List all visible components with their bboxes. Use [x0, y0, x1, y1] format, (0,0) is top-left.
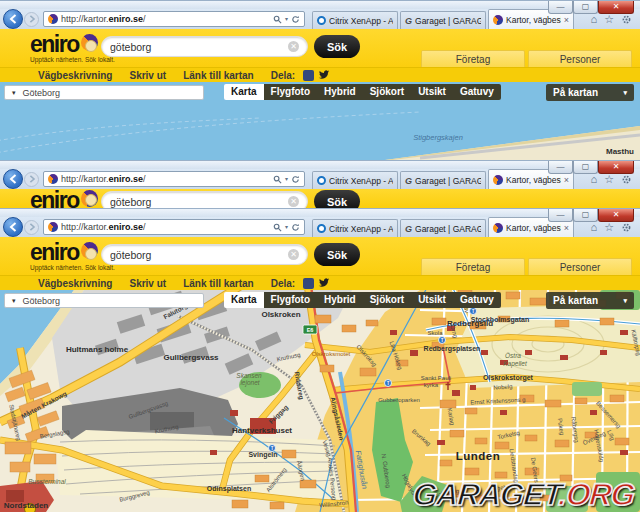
on-map-dropdown[interactable]: På kartan▾ [546, 292, 634, 309]
back-arrow-icon [8, 222, 18, 232]
maximize-button[interactable]: ▢ [573, 161, 598, 174]
tab-personer[interactable]: Personer [528, 50, 632, 67]
close-button[interactable]: ✕ [598, 209, 634, 222]
facebook-icon[interactable] [303, 278, 314, 289]
search-field[interactable]: ✕ [101, 36, 308, 57]
window-titlebar[interactable]: — ▢ ✕ [0, 0, 640, 9]
forward-button[interactable] [24, 12, 39, 27]
tab-close-icon[interactable]: × [564, 175, 569, 185]
menu-link[interactable]: Länk till kartan [183, 70, 254, 81]
browser-tab[interactable]: Garaget | GARAGET - ww... [400, 219, 486, 237]
menu-link[interactable]: Dela: [271, 70, 295, 81]
eniro-icon [493, 223, 503, 233]
address-bar[interactable]: http://kartor.eniro.se/ ▾ [43, 11, 305, 27]
tab-close-icon[interactable]: × [564, 15, 569, 25]
clear-search-icon[interactable]: ✕ [288, 41, 299, 52]
map-type-sjökort[interactable]: Sjökort [363, 292, 411, 308]
tab-personer[interactable]: Personer [528, 258, 632, 275]
search-button[interactable]: Sök [314, 35, 360, 58]
address-bar[interactable]: http://kartor.eniro.se/ ▾ [43, 219, 305, 235]
map-label: Östra [505, 352, 521, 359]
twitter-icon[interactable] [318, 69, 330, 81]
search-icon[interactable] [273, 223, 282, 232]
minimize-button[interactable]: — [548, 161, 573, 174]
close-button[interactable]: ✕ [598, 1, 634, 14]
tab-label: Kartor, vägbeskrivning... [506, 15, 561, 25]
tab-företag[interactable]: Företag [421, 258, 525, 275]
settings-gear-icon[interactable] [621, 14, 632, 25]
settings-gear-icon[interactable] [621, 222, 632, 233]
map-viewport-overview[interactable]: StigbergskajenMasthu ▾Göteborg KartaFlyg… [0, 82, 640, 160]
search-input[interactable] [110, 196, 288, 208]
map-type-flygfoto[interactable]: Flygfoto [264, 292, 317, 308]
browser-tab[interactable]: Citrix XenApp - Applicatio... [312, 219, 398, 237]
favorites-star-icon[interactable]: ☆ [604, 222, 614, 233]
map-type-utsikt[interactable]: Utsikt [411, 84, 453, 100]
twitter-icon[interactable] [318, 277, 330, 289]
refresh-icon[interactable] [291, 223, 300, 232]
forward-button[interactable] [24, 172, 39, 187]
url-text: http://kartor.eniro.se/ [61, 222, 270, 232]
map-type-flygfoto[interactable]: Flygfoto [264, 84, 317, 100]
refresh-icon[interactable] [291, 15, 300, 24]
map-type-hybrid[interactable]: Hybrid [317, 292, 363, 308]
map-type-hybrid[interactable]: Hybrid [317, 84, 363, 100]
address-dropdown-icon[interactable]: ▾ [285, 224, 288, 230]
search-icon[interactable] [273, 175, 282, 184]
maximize-button[interactable]: ▢ [573, 209, 598, 222]
facebook-icon[interactable] [303, 70, 314, 81]
on-map-dropdown[interactable]: På kartan▾ [546, 84, 634, 101]
map-type-karta[interactable]: Karta [224, 292, 264, 308]
address-dropdown-icon[interactable]: ▾ [285, 176, 288, 182]
menu-link[interactable]: Länk till kartan [183, 278, 254, 289]
minimize-button[interactable]: — [548, 1, 573, 14]
close-button[interactable]: ✕ [598, 161, 634, 174]
browser-tab[interactable]: Citrix XenApp - Applicatio... [312, 171, 398, 189]
map-type-sjökort[interactable]: Sjökort [363, 84, 411, 100]
menu-link[interactable]: Skriv ut [129, 70, 166, 81]
search-field[interactable]: ✕ [101, 244, 308, 265]
search-input[interactable] [110, 41, 288, 53]
search-input[interactable] [110, 249, 288, 261]
maximize-button[interactable]: ▢ [573, 1, 598, 14]
back-button[interactable] [3, 9, 23, 29]
search-field[interactable]: ✕ [101, 191, 308, 208]
window-titlebar[interactable]: — ▢ ✕ [0, 160, 640, 169]
settings-gear-icon[interactable] [621, 174, 632, 185]
menu-link[interactable]: Vägbeskrivning [38, 70, 112, 81]
address-dropdown-icon[interactable]: ▾ [285, 16, 288, 22]
map-type-gatuvy[interactable]: Gatuvy [453, 84, 501, 100]
clear-search-icon[interactable]: ✕ [288, 196, 299, 207]
tab-close-icon[interactable]: × [564, 223, 569, 233]
tab-företag[interactable]: Företag [421, 50, 525, 67]
menu-link[interactable]: Dela: [271, 278, 295, 289]
map-label: Olskroksmotet [312, 351, 351, 357]
back-button[interactable] [3, 217, 23, 237]
back-button[interactable] [3, 169, 23, 189]
browser-tab[interactable]: Garaget | GARAGET - ww... [400, 11, 486, 29]
address-bar[interactable]: http://kartor.eniro.se/ ▾ [43, 171, 305, 187]
menu-link[interactable]: Skriv ut [129, 278, 166, 289]
minimize-button[interactable]: — [548, 209, 573, 222]
map-type-utsikt[interactable]: Utsikt [411, 292, 453, 308]
location-dropdown[interactable]: ▾Göteborg [4, 85, 204, 100]
home-icon[interactable]: ⌂ [590, 222, 597, 233]
search-icon[interactable] [273, 15, 282, 24]
browser-tab[interactable]: Garaget | GARAGET - ww... [400, 171, 486, 189]
forward-button[interactable] [24, 220, 39, 235]
search-button[interactable]: Sök [314, 243, 360, 266]
favorites-star-icon[interactable]: ☆ [604, 14, 614, 25]
map-type-gatuvy[interactable]: Gatuvy [453, 292, 501, 308]
search-button[interactable]: Sök [314, 190, 360, 208]
menu-link[interactable]: Vägbeskrivning [38, 278, 112, 289]
map-type-karta[interactable]: Karta [224, 84, 264, 100]
favorites-star-icon[interactable]: ☆ [604, 174, 614, 185]
home-icon[interactable]: ⌂ [590, 174, 597, 185]
home-icon[interactable]: ⌂ [590, 14, 597, 25]
clear-search-icon[interactable]: ✕ [288, 249, 299, 260]
map-viewport-city[interactable]: TTTTE6 GullbergskajenOlskrokenRedbergsli… [0, 290, 640, 512]
refresh-icon[interactable] [291, 175, 300, 184]
window-titlebar[interactable]: — ▢ ✕ [0, 208, 640, 217]
location-dropdown[interactable]: ▾Göteborg [4, 293, 204, 308]
browser-tab[interactable]: Citrix XenApp - Applicatio... [312, 11, 398, 29]
